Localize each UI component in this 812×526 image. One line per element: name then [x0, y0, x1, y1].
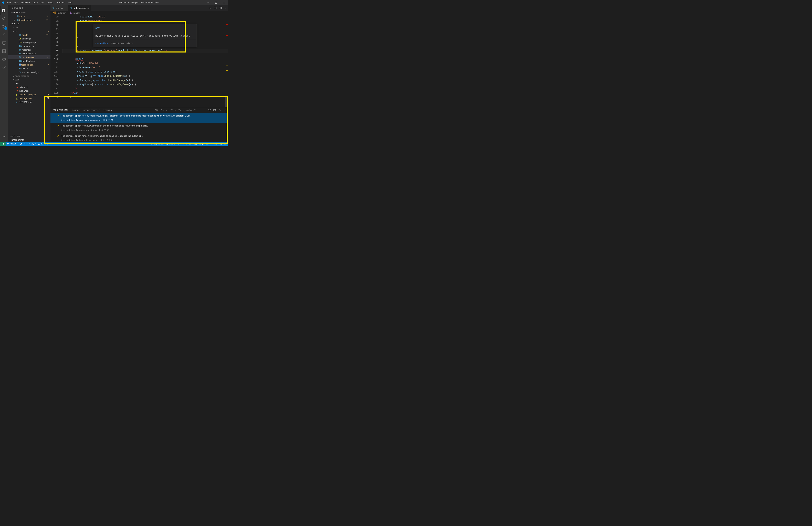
errors-warnings[interactable]: 48 3	[23, 142, 37, 146]
panel-close-icon[interactable]	[223, 109, 226, 112]
chevron-right-icon: ›	[9, 135, 12, 137]
menu-selection[interactable]: Selection	[19, 0, 31, 5]
panel-chevron-up-icon[interactable]	[218, 109, 221, 112]
menu-edit[interactable]: Edit	[13, 0, 19, 5]
breadcrumbs[interactable]: TodoItem › render	[50, 11, 228, 15]
code-content[interactable]: className="toggle" type="checkbox" / < l…	[62, 15, 228, 107]
problem-item[interactable]: The compiler option "importHelpers" shou…	[50, 133, 228, 142]
minimize-button[interactable]	[204, 0, 212, 5]
indentation[interactable]: Spaces: 2	[165, 142, 176, 146]
close-window-button[interactable]	[220, 0, 228, 5]
folder-item[interactable]: ⌄js•	[8, 29, 50, 33]
svg-rect-1	[215, 2, 217, 3]
file-item[interactable]: TSconstants.ts	[8, 44, 50, 48]
hover-widget: any Buttons must have discernible text (…	[93, 24, 197, 47]
javascript-icon: JS	[19, 38, 22, 40]
menu-debug[interactable]: Debug	[45, 0, 54, 5]
folder-item[interactable]: ›scss	[8, 78, 50, 82]
file-item[interactable]: { }package.jsonM	[8, 96, 50, 100]
ts-version[interactable]: 3.7.3	[211, 142, 218, 146]
language-mode[interactable]: TypeScript React	[193, 142, 211, 146]
peek-problem-link[interactable]: Peek Problem	[96, 41, 108, 45]
cursor-position[interactable]: Ln 98, Col 12	[150, 142, 165, 146]
search-activity[interactable]	[0, 15, 8, 23]
remote-indicator[interactable]	[0, 142, 6, 146]
typescript-icon: TS	[19, 60, 22, 62]
breadcrumb-item[interactable]: TodoItem	[57, 12, 66, 14]
folder-section[interactable]: ⌄BUGTEST	[8, 22, 50, 26]
file-item[interactable]: JSbundle.js	[8, 37, 50, 41]
close-tab-icon[interactable]: ×	[87, 7, 89, 10]
breadcrumb-item[interactable]: render	[73, 12, 80, 14]
sidebar-title: EXPLORER	[8, 5, 50, 11]
file-item[interactable]: JSbundle.js.map	[8, 41, 50, 44]
file-item[interactable]: TSutils.ts	[8, 67, 50, 70]
react-icon	[52, 6, 55, 10]
git-branch[interactable]: master*	[6, 142, 18, 146]
more-actions-icon[interactable]: ···	[224, 7, 226, 9]
folder-item[interactable]: ›css	[8, 26, 50, 29]
file-item[interactable]: footer.tsx	[8, 48, 50, 52]
filter-icon[interactable]	[208, 109, 211, 112]
folder-item[interactable]: ›node_modules	[8, 74, 50, 78]
problems-list: The compiler option "forceConsistentCasi…	[50, 113, 228, 142]
file-item[interactable]: todoItem.tsx9+	[8, 55, 50, 59]
menu-file[interactable]: File	[6, 0, 12, 5]
config-icon	[19, 71, 22, 73]
open-editors-section[interactable]: ⌄OPEN EDITORS	[8, 11, 50, 14]
folder-item[interactable]: ›tests	[8, 82, 50, 85]
problems-filter-input[interactable]	[155, 109, 206, 112]
debug-console-tab[interactable]: DEBUG CONSOLE	[84, 107, 100, 113]
notifications-icon[interactable]	[223, 142, 228, 146]
eol[interactable]: CRLF	[185, 142, 193, 146]
split-editor-icon[interactable]	[219, 6, 221, 10]
collapse-all-icon[interactable]	[213, 109, 216, 112]
problem-item[interactable]: The compiler option "removeComments" sho…	[50, 123, 228, 133]
file-item[interactable]: { }package-lock.jsonM	[8, 93, 50, 96]
close-icon[interactable]: ×	[13, 19, 16, 21]
open-editor-item[interactable]: ×todoItem.tsx js9+	[8, 18, 50, 22]
npm-scripts-section[interactable]: ›NPM SCRIPTS	[8, 138, 50, 142]
chevron-right-icon: ›	[13, 75, 15, 77]
explorer-activity[interactable]	[0, 6, 8, 15]
outline-section[interactable]: ›OUTLINE	[8, 134, 50, 138]
file-item[interactable]: ⓘREADME.md	[8, 100, 50, 104]
file-item[interactable]: TStsconfig.json5	[8, 63, 50, 67]
minimap[interactable]	[224, 15, 228, 107]
problems-tab[interactable]: PROBLEMS51	[53, 107, 68, 113]
menu-go[interactable]: Go	[39, 0, 45, 5]
svg-rect-11	[2, 49, 4, 51]
scm-badge: 3	[4, 27, 7, 30]
file-item[interactable]: webpack.config.js	[8, 70, 50, 74]
file-item[interactable]: TSinterfaces.d.ts	[8, 52, 50, 55]
editor-tab[interactable]: app.tsx	[50, 5, 69, 11]
file-item[interactable]: ◆.gitignore	[8, 85, 50, 89]
file-item[interactable]: app.tsx9+	[8, 33, 50, 37]
menu-terminal[interactable]: Terminal	[55, 0, 66, 5]
menu-help[interactable]: Help	[66, 0, 73, 5]
problem-item[interactable]: The compiler option "forceConsistentCasi…	[50, 113, 228, 123]
terminal-tab[interactable]: TERMINAL	[103, 107, 113, 113]
extensions-activity[interactable]	[0, 47, 8, 55]
react-icon	[16, 19, 19, 21]
edge-activity[interactable]	[0, 55, 8, 63]
encoding[interactable]: UTF-8	[176, 142, 185, 146]
file-item[interactable]: <>index.html	[8, 89, 50, 93]
settings-activity[interactable]	[0, 133, 8, 141]
scm-activity[interactable]: 3	[0, 23, 8, 31]
file-item[interactable]: TStodoModel.ts	[8, 59, 50, 63]
feedback-icon[interactable]	[218, 142, 223, 146]
editor-tab[interactable]: todoItem.tsx×	[69, 5, 91, 11]
output-tab[interactable]: OUTPUT	[72, 107, 79, 113]
coding-time[interactable]: 17 mins	[37, 142, 49, 146]
menu-view[interactable]: View	[31, 0, 39, 5]
compare-changes-icon[interactable]	[209, 6, 212, 10]
sync-button[interactable]	[18, 142, 23, 146]
debug-activity[interactable]	[0, 31, 8, 39]
code-editor[interactable]: 9091929394959697989910010110210310410510…	[50, 15, 228, 107]
maximize-button[interactable]	[212, 0, 220, 5]
check-activity[interactable]	[0, 63, 8, 72]
open-editor-item[interactable]: app.tsx js9+	[8, 14, 50, 18]
remote-activity[interactable]	[0, 39, 8, 47]
open-preview-icon[interactable]	[214, 6, 216, 10]
